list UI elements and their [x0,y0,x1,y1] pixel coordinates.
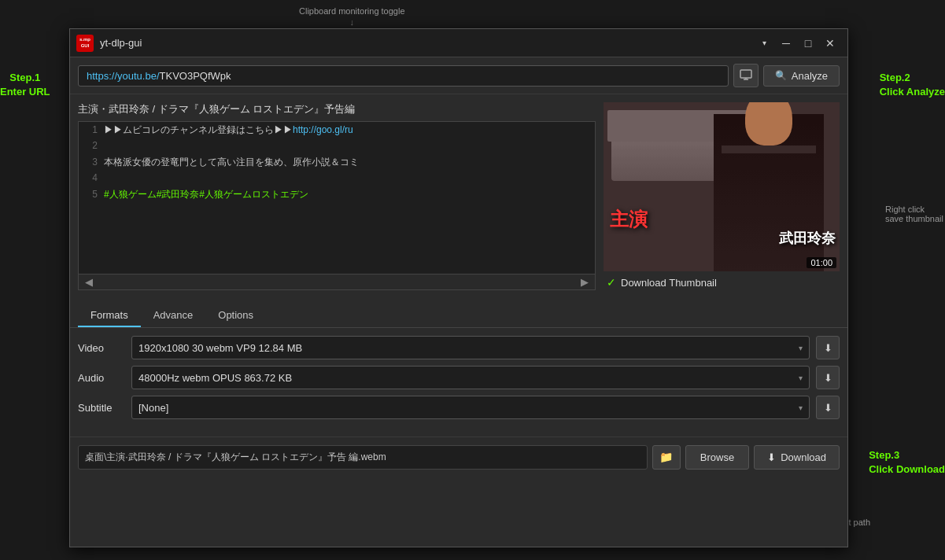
scroll-right-arrow[interactable]: ▶ [581,276,589,288]
step1-annotation: Step.1 Enter URL [0,71,50,99]
subtitle-format-select[interactable]: [None] ▾ [131,396,810,419]
left-panel: 主演・武田玲奈 / ドラマ『人狼ゲーム ロストエデン』予告編 1 ▶▶ムビコレの… [78,102,596,293]
url-input[interactable]: https://youtu.be/TKVO3PQfWpk [78,65,729,87]
url-path-part: TKVO3PQfWpk [160,70,231,82]
tab-options[interactable]: Options [205,304,266,327]
subtitle-chevron-icon: ▾ [799,403,803,412]
step2-annotation: Step.2 Click Analyze [880,71,945,99]
url-https-part: https:// [87,70,117,82]
right-click-annotation: Right click save thumbnail [885,204,943,223]
desc-link[interactable]: http://goo.gl/ru [293,124,353,135]
download-thumbnail-label: Download Thumbnail [621,277,717,289]
description-box: 1 ▶▶ムビコレのチャンネル登録はこちら▶▶http://goo.gl/ru 2… [78,121,596,274]
url-domain-part: youtu.be/ [117,70,160,82]
audio-chevron-icon: ▾ [799,374,803,382]
content-area: 主演・武田玲奈 / ドラマ『人狼ゲーム ロストエデン』予告編 1 ▶▶ムビコレの… [70,94,847,301]
window-title: yt-dlp-gui [100,37,753,49]
thumbnail-check-icon: ✓ [607,276,616,289]
main-window: s.mpGUI yt-dlp-gui ▾ ─ □ ✕ https://youtu… [69,28,848,547]
output-bar: 桌面\主演·武田玲奈 / ドラマ『人狼ゲーム ロストエデン』予告 編.webm … [70,437,847,477]
svg-rect-0 [740,70,751,78]
analyze-button[interactable]: 🔍 Analyze [763,65,840,87]
download-thumbnail-row: ✓ Download Thumbnail [604,271,840,293]
thumb-text-name: 武田玲奈 [779,229,836,248]
duration-badge: 01:00 [807,257,836,268]
download-button[interactable]: ⬇ Download [754,445,840,470]
clipboard-annotation: Clipboard monitoring toggle ↓ [299,6,405,27]
monitor-icon [740,69,752,82]
titlebar: s.mpGUI yt-dlp-gui ▾ ─ □ ✕ [70,29,847,57]
tab-advance[interactable]: Advance [141,304,206,327]
download-icon: ⬇ [767,451,776,463]
titlebar-dropdown-btn[interactable]: ▾ [753,32,775,54]
subtitle-download-btn[interactable]: ⬇ [816,396,840,419]
video-label: Video [78,342,125,354]
tab-formats[interactable]: Formats [78,304,141,327]
step3-annotation: Step.3 Click Download [869,448,945,477]
desc-line-5: 5 #人狼ゲーム#武田玲奈#人狼ゲームロストエデン [79,186,595,202]
subtitle-label: Subtitle [78,402,125,414]
thumb-text-shuen: 主演 [610,207,648,232]
formats-section: Video 1920x1080 30 webm VP9 12.84 MB ▾ ⬇… [70,328,847,433]
subtitle-format-value: [None] [138,402,168,414]
desc-line-1: 1 ▶▶ムビコレのチャンネル登録はこちら▶▶http://goo.gl/ru [79,122,595,138]
video-title: 主演・武田玲奈 / ドラマ『人狼ゲーム ロストエデン』予告編 [78,102,596,116]
video-format-row: Video 1920x1080 30 webm VP9 12.84 MB ▾ ⬇ [78,336,840,359]
titlebar-minimize-btn[interactable]: ─ [775,32,797,54]
browse-button[interactable]: Browse [685,445,749,470]
open-folder-button[interactable]: 📁 [652,445,681,470]
audio-label: Audio [78,372,125,384]
audio-format-value: 48000Hz webm OPUS 863.72 KB [138,372,292,384]
search-icon: 🔍 [775,70,787,81]
video-chevron-icon: ▾ [799,344,803,352]
subtitle-format-row: Subtitle [None] ▾ ⬇ [78,396,840,419]
description-scrollbar: ◀ ▶ [78,274,596,290]
folder-icon: 📁 [659,451,673,463]
thumbnail-container[interactable]: 主演 武田玲奈 01:00 [604,102,840,271]
titlebar-close-btn[interactable]: ✕ [819,32,841,54]
url-bar: https://youtu.be/TKVO3PQfWpk 🔍 Analyze [70,57,847,94]
app-logo: s.mpGUI [76,35,94,52]
video-format-value: 1920x1080 30 webm VP9 12.84 MB [138,342,302,354]
tabs-bar: Formats Advance Options [70,304,847,328]
audio-download-btn[interactable]: ⬇ [816,366,840,389]
output-path-display: 桌面\主演·武田玲奈 / ドラマ『人狼ゲーム ロストエデン』予告 編.webm [78,445,648,470]
audio-format-select[interactable]: 48000Hz webm OPUS 863.72 KB ▾ [131,366,810,389]
right-panel: 主演 武田玲奈 01:00 ✓ Download Thumbnail [604,102,840,293]
audio-format-row: Audio 48000Hz webm OPUS 863.72 KB ▾ ⬇ [78,366,840,389]
video-format-select[interactable]: 1920x1080 30 webm VP9 12.84 MB ▾ [131,336,810,359]
desc-line-3: 3 本格派女優の登竜門として高い注目を集め、原作小説＆コミ [79,154,595,170]
titlebar-maximize-btn[interactable]: □ [797,32,819,54]
desc-line-4: 4 [79,170,595,186]
video-download-btn[interactable]: ⬇ [816,336,840,359]
scroll-left-arrow[interactable]: ◀ [85,276,93,288]
desc-line-2: 2 [79,138,595,153]
clipboard-monitor-btn[interactable] [733,64,759,87]
